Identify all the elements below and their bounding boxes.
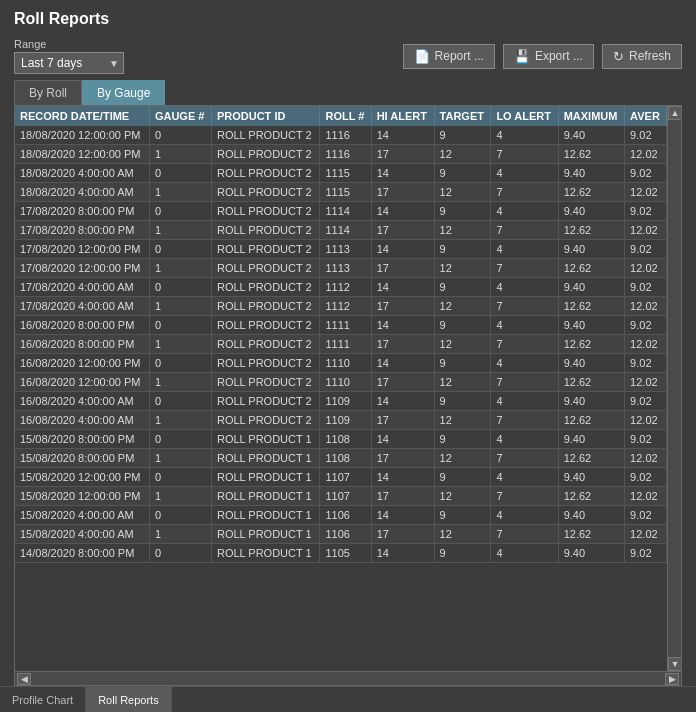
refresh-button-label: Refresh — [629, 49, 671, 63]
table-cell: 1 — [149, 449, 211, 468]
table-cell: 12.02 — [625, 487, 667, 506]
table-cell: ROLL PRODUCT 1 — [211, 468, 319, 487]
table-cell: 7 — [491, 373, 558, 392]
table-cell: 9 — [434, 392, 491, 411]
table-cell: 9 — [434, 354, 491, 373]
table-cell: 17/08/2020 12:00:00 PM — [15, 240, 149, 259]
tabs-row: By Roll By Gauge — [0, 80, 696, 105]
table-cell: 12 — [434, 373, 491, 392]
bottom-tab-profile-chart[interactable]: Profile Chart — [0, 687, 86, 712]
table-cell: ROLL PRODUCT 2 — [211, 411, 319, 430]
table-cell: 9.02 — [625, 544, 667, 563]
table-cell: 1111 — [320, 316, 371, 335]
table-cell: 9.40 — [558, 468, 624, 487]
table-cell: 1111 — [320, 335, 371, 354]
table-cell: 0 — [149, 316, 211, 335]
table-cell: 12 — [434, 183, 491, 202]
horizontal-scrollbar[interactable]: ◀ ▶ — [15, 671, 681, 685]
table-cell: ROLL PRODUCT 2 — [211, 240, 319, 259]
tab-by-gauge[interactable]: By Gauge — [82, 80, 165, 105]
table-row: 16/08/2020 12:00:00 PM1ROLL PRODUCT 2111… — [15, 373, 667, 392]
export-button[interactable]: 💾 Export ... — [503, 44, 594, 69]
table-wrapper: RECORD DATE/TIME GAUGE # PRODUCT ID ROLL… — [14, 105, 682, 686]
table-cell: 17 — [371, 373, 434, 392]
table-cell: 1108 — [320, 430, 371, 449]
table-cell: 17 — [371, 221, 434, 240]
table-cell: 16/08/2020 8:00:00 PM — [15, 335, 149, 354]
report-button[interactable]: 📄 Report ... — [403, 44, 495, 69]
table-cell: ROLL PRODUCT 2 — [211, 183, 319, 202]
table-cell: 12 — [434, 487, 491, 506]
scroll-down-button[interactable]: ▼ — [668, 657, 681, 671]
table-row: 17/08/2020 8:00:00 PM0ROLL PRODUCT 21114… — [15, 202, 667, 221]
scroll-up-button[interactable]: ▲ — [668, 106, 681, 120]
table-cell: 14 — [371, 544, 434, 563]
table-cell: 1114 — [320, 221, 371, 240]
table-cell: 1113 — [320, 259, 371, 278]
tab-by-roll[interactable]: By Roll — [14, 80, 82, 105]
bottom-tab-roll-reports[interactable]: Roll Reports — [86, 687, 172, 712]
table-cell: 0 — [149, 392, 211, 411]
table-cell: 17/08/2020 8:00:00 PM — [15, 202, 149, 221]
table-cell: 12.62 — [558, 183, 624, 202]
table-cell: 17 — [371, 487, 434, 506]
table-cell: ROLL PRODUCT 2 — [211, 164, 319, 183]
table-cell: 14 — [371, 316, 434, 335]
table-cell: 9.40 — [558, 506, 624, 525]
table-cell: ROLL PRODUCT 2 — [211, 259, 319, 278]
table-row: 18/08/2020 4:00:00 AM0ROLL PRODUCT 21115… — [15, 164, 667, 183]
scroll-right-button[interactable]: ▶ — [665, 673, 679, 685]
table-row: 15/08/2020 4:00:00 AM1ROLL PRODUCT 11106… — [15, 525, 667, 544]
refresh-button[interactable]: ↻ Refresh — [602, 44, 682, 69]
table-cell: 9.40 — [558, 126, 624, 145]
table-cell: 12.62 — [558, 525, 624, 544]
table-cell: 17 — [371, 183, 434, 202]
table-cell: 15/08/2020 4:00:00 AM — [15, 525, 149, 544]
table-cell: 12 — [434, 145, 491, 164]
table-cell: 12.02 — [625, 411, 667, 430]
table-cell: 7 — [491, 487, 558, 506]
table-cell: 9.02 — [625, 240, 667, 259]
col-header-target: TARGET — [434, 106, 491, 126]
vertical-scrollbar[interactable]: ▲ ▼ — [667, 106, 681, 671]
table-cell: 17 — [371, 449, 434, 468]
table-cell: 9.02 — [625, 202, 667, 221]
table-cell: 1105 — [320, 544, 371, 563]
table-cell: 14 — [371, 468, 434, 487]
table-row: 17/08/2020 12:00:00 PM0ROLL PRODUCT 2111… — [15, 240, 667, 259]
range-group: Range Last 7 days Last 30 days Last 90 d… — [14, 38, 124, 74]
table-cell: 1 — [149, 335, 211, 354]
table-row: 18/08/2020 4:00:00 AM1ROLL PRODUCT 21115… — [15, 183, 667, 202]
table-cell: 12 — [434, 259, 491, 278]
table-cell: 9.40 — [558, 392, 624, 411]
table-cell: 4 — [491, 468, 558, 487]
table-cell: 17 — [371, 145, 434, 164]
table-cell: 4 — [491, 392, 558, 411]
table-cell: 18/08/2020 4:00:00 AM — [15, 183, 149, 202]
table-cell: 12.62 — [558, 145, 624, 164]
table-cell: 14 — [371, 354, 434, 373]
table-cell: ROLL PRODUCT 2 — [211, 221, 319, 240]
table-cell: 9 — [434, 126, 491, 145]
report-button-label: Report ... — [435, 49, 484, 63]
scroll-left-button[interactable]: ◀ — [17, 673, 31, 685]
table-row: 16/08/2020 4:00:00 AM1ROLL PRODUCT 21109… — [15, 411, 667, 430]
report-icon: 📄 — [414, 49, 430, 64]
table-cell: 7 — [491, 411, 558, 430]
table-cell: 9.02 — [625, 354, 667, 373]
table-cell: ROLL PRODUCT 1 — [211, 544, 319, 563]
range-select[interactable]: Last 7 days Last 30 days Last 90 days Cu… — [14, 52, 124, 74]
table-row: 15/08/2020 4:00:00 AM0ROLL PRODUCT 11106… — [15, 506, 667, 525]
table-cell: 15/08/2020 8:00:00 PM — [15, 449, 149, 468]
table-cell: 14 — [371, 240, 434, 259]
table-scroll[interactable]: RECORD DATE/TIME GAUGE # PRODUCT ID ROLL… — [15, 106, 667, 671]
refresh-icon: ↻ — [613, 49, 624, 64]
table-row: 16/08/2020 8:00:00 PM1ROLL PRODUCT 21111… — [15, 335, 667, 354]
table-cell: 1116 — [320, 145, 371, 164]
table-cell: 12.62 — [558, 297, 624, 316]
table-cell: 12 — [434, 221, 491, 240]
export-button-label: Export ... — [535, 49, 583, 63]
export-icon: 💾 — [514, 49, 530, 64]
table-cell: 9.02 — [625, 164, 667, 183]
table-cell: 12.02 — [625, 335, 667, 354]
